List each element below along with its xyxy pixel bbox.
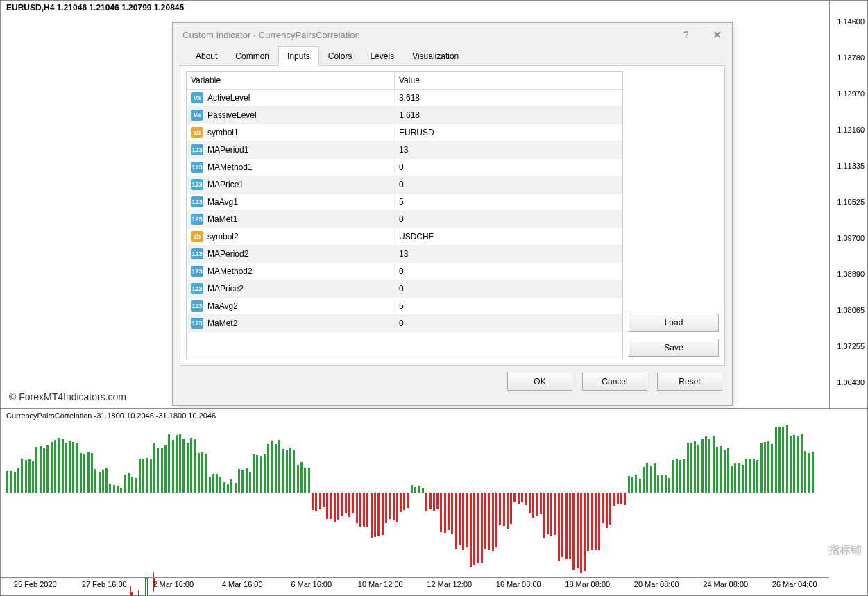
input-row[interactable]: absymbol1EURUSD <box>187 124 622 142</box>
price-tick: 1.10525 <box>837 198 865 206</box>
variable-name: MAPrice1 <box>207 180 244 189</box>
variable-name: MAPrice2 <box>207 284 244 293</box>
input-row[interactable]: 123MAMethod10 <box>187 159 622 176</box>
col-value[interactable]: Value <box>395 72 622 89</box>
input-row[interactable]: VaActiveLevel3.618 <box>187 90 622 107</box>
input-row[interactable]: 123MaMet20 <box>187 315 622 332</box>
tab-about[interactable]: About <box>187 46 226 66</box>
variable-name: ActiveLevel <box>207 93 250 103</box>
variable-name: symbol2 <box>207 232 239 241</box>
tab-levels[interactable]: Levels <box>361 46 403 66</box>
tab-visualization[interactable]: Visualization <box>403 46 468 66</box>
logo-watermark: 指标铺 <box>828 543 862 558</box>
variable-value[interactable]: 3.618 <box>395 90 622 106</box>
input-row[interactable]: 123MaMet10 <box>187 211 622 228</box>
variable-value[interactable]: 0 <box>395 176 622 193</box>
price-tick: 1.13780 <box>837 53 865 62</box>
type-icon: 123 <box>191 144 203 155</box>
dialog-titlebar[interactable]: Custom Indicator - CurrencyPairsCorrelat… <box>173 23 732 46</box>
input-row[interactable]: 123MaAvg15 <box>187 194 622 211</box>
input-row[interactable]: 123MAPeriod113 <box>187 142 622 159</box>
tab-common[interactable]: Common <box>226 46 278 66</box>
variable-name: PassiveLevel <box>207 110 257 120</box>
type-icon: 123 <box>191 248 203 259</box>
variable-name: MaMet2 <box>207 318 237 328</box>
variable-value[interactable]: 13 <box>395 246 622 262</box>
time-label: 26 Mar 04:00 <box>760 578 830 595</box>
type-icon: 123 <box>191 266 203 277</box>
dialog-title-text: Custom Indicator - CurrencyPairsCorrelat… <box>182 30 671 40</box>
price-tick: 1.08065 <box>837 306 865 314</box>
tab-bar: AboutCommonInputsColorsLevelsVisualizati… <box>180 46 725 66</box>
col-variable[interactable]: Variable <box>187 72 395 89</box>
chart-symbol-header: EURUSD,H4 1.21046 1.21046 1.20799 1.2084… <box>6 3 184 12</box>
type-icon: 123 <box>191 214 203 225</box>
variable-value[interactable]: EURUSD <box>395 124 622 141</box>
variable-value[interactable]: 0 <box>395 263 622 280</box>
cancel-button[interactable]: Cancel <box>582 373 647 391</box>
ok-button[interactable]: OK <box>507 373 572 391</box>
variable-name: symbol1 <box>207 128 239 137</box>
time-label: 12 Mar 12:00 <box>415 578 484 595</box>
tab-colors[interactable]: Colors <box>319 46 361 66</box>
variable-name: MAMethod1 <box>207 162 253 172</box>
load-button[interactable]: Load <box>629 314 719 332</box>
type-icon: Va <box>191 92 203 103</box>
type-icon: 123 <box>191 283 203 294</box>
type-icon: ab <box>191 127 203 138</box>
inputs-grid[interactable]: Variable Value VaActiveLevel3.618VaPassi… <box>186 71 623 359</box>
variable-value[interactable]: 5 <box>395 298 622 314</box>
variable-name: MaAvg1 <box>207 197 238 207</box>
indicator-chart[interactable]: 152.27420.00-146.8158 指标铺 <box>1 409 867 577</box>
variable-value[interactable]: 0 <box>395 280 622 297</box>
dialog-footer: OK Cancel Reset <box>173 366 732 398</box>
input-row[interactable]: 123MaAvg25 <box>187 298 622 315</box>
time-label: 25 Feb 2020 <box>1 578 70 595</box>
input-row[interactable]: 123MAMethod20 <box>187 263 622 280</box>
variable-value[interactable]: 0 <box>395 211 622 228</box>
input-row[interactable]: 123MAPrice10 <box>187 176 622 194</box>
reset-button[interactable]: Reset <box>657 373 722 391</box>
variable-value[interactable]: USDCHF <box>395 228 622 245</box>
watermark: © ForexMT4Indicators.com <box>9 391 126 402</box>
type-icon: 123 <box>191 196 203 207</box>
price-tick: 1.14600 <box>837 17 865 26</box>
type-icon: 123 <box>191 162 203 173</box>
price-tick: 1.12970 <box>837 90 865 98</box>
input-row[interactable]: 123MAPrice20 <box>187 280 622 298</box>
input-row[interactable]: 123MAPeriod213 <box>187 246 622 263</box>
type-icon: Va <box>191 110 203 121</box>
grid-header: Variable Value <box>187 72 622 90</box>
price-scale-upper[interactable]: 1.146001.137801.129701.121601.113351.105… <box>829 1 867 409</box>
time-label: 24 Mar 08:00 <box>691 578 760 595</box>
input-row[interactable]: absymbol2USDCHF <box>187 228 622 246</box>
tab-inputs[interactable]: Inputs <box>278 46 319 66</box>
help-button[interactable]: ? <box>671 23 701 46</box>
price-tick: 1.07255 <box>837 342 865 350</box>
type-icon: 123 <box>191 179 203 190</box>
variable-value[interactable]: 0 <box>395 159 622 176</box>
type-icon: 123 <box>191 318 203 329</box>
input-row[interactable]: VaPassiveLevel1.618 <box>187 107 622 124</box>
variable-name: MAPeriod1 <box>207 145 248 155</box>
price-tick: 1.12160 <box>837 126 865 134</box>
variable-name: MAPeriod2 <box>207 249 248 259</box>
variable-name: MaMet1 <box>207 214 237 224</box>
indicator-settings-dialog: Custom Indicator - CurrencyPairsCorrelat… <box>172 22 733 406</box>
tab-content-inputs: Variable Value VaActiveLevel3.618VaPassi… <box>180 66 725 366</box>
price-tick: 1.08890 <box>837 270 865 278</box>
close-button[interactable]: ✕ <box>701 23 732 46</box>
save-button[interactable]: Save <box>629 339 719 357</box>
time-label: 6 Mar 16:00 <box>277 578 346 595</box>
variable-value[interactable]: 0 <box>395 315 622 332</box>
type-icon: ab <box>191 231 203 242</box>
variable-value[interactable]: 13 <box>395 142 622 158</box>
time-label: 4 Mar 16:00 <box>208 578 278 595</box>
time-label: 16 Mar 08:00 <box>484 578 554 595</box>
time-label: 27 Feb 16:00 <box>70 578 139 595</box>
variable-value[interactable]: 1.618 <box>395 107 622 124</box>
variable-value[interactable]: 5 <box>395 194 622 210</box>
price-tick: 1.09700 <box>837 234 865 242</box>
time-axis: 25 Feb 202027 Feb 16:002 Mar 16:004 Mar … <box>1 577 829 595</box>
time-label: 20 Mar 08:00 <box>622 578 692 595</box>
